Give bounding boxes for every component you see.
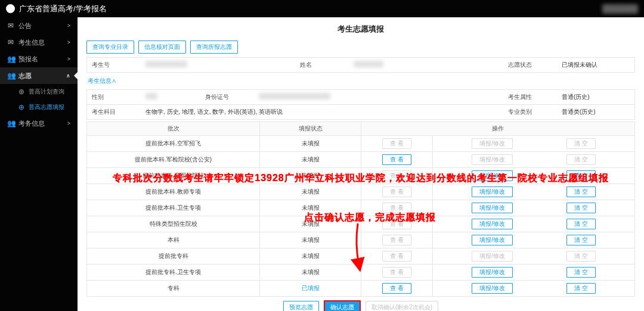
btn-clear[interactable]: 清 空 <box>566 138 596 149</box>
label-stu-attr: 考生属性 <box>503 90 557 104</box>
btn-view[interactable]: 查 看 <box>382 186 411 197</box>
cell-status: 未填报 <box>260 216 361 232</box>
btn-edit[interactable]: 填报/修改 <box>472 251 513 262</box>
sidebar-sub-volunteer-fill[interactable]: ⊕ 普高志愿填报 <box>0 99 78 115</box>
btn-edit[interactable]: 填报/修改 <box>472 203 513 213</box>
cell-actions: 填报/修改清 空 <box>433 136 635 152</box>
th-action: 操作 <box>361 122 635 136</box>
cell-batch: 提前批本科.教师专项 <box>87 184 260 200</box>
cell-status: 未填报 <box>260 184 361 200</box>
btn-clear[interactable]: 清 空 <box>566 203 596 213</box>
student-detail-row1: 性别 身份证号 考生属性 普通(历史) <box>86 89 635 105</box>
mail-icon: ✉ <box>7 39 14 46</box>
label-vol-status: 志愿状态 <box>503 58 557 72</box>
btn-clear[interactable]: 清 空 <box>566 267 596 278</box>
cell-actions: 填报/修改清 空 <box>433 232 635 248</box>
value-exam-no <box>141 58 295 72</box>
users-icon: 👥 <box>7 120 14 127</box>
label-major-type: 专业类别 <box>503 105 557 119</box>
btn-edit[interactable]: 填报/修改 <box>472 154 513 165</box>
label-subjects: 考生科目 <box>87 105 141 119</box>
label-gender: 性别 <box>87 90 141 104</box>
cell-status: 已填报 <box>260 281 361 297</box>
btn-view[interactable]: 查 看 <box>382 154 411 165</box>
btn-query-catalog[interactable]: 查询专业目录 <box>86 41 134 54</box>
users-icon: 👥 <box>7 55 14 63</box>
chevron-right-icon: > <box>67 23 70 29</box>
label-exam-no: 考生号 <box>87 58 141 72</box>
value-gender <box>141 90 200 104</box>
cell-actions: 填报/修改清 空 <box>433 184 635 200</box>
cell-status: 未填报 <box>260 168 361 184</box>
table-row: 提前批本科.非军检院校未填报查 看填报/修改清 空 <box>87 168 635 184</box>
sidebar-item-notice[interactable]: ✉ 公告 > <box>0 17 78 34</box>
chevron-up-icon: ∧ <box>66 73 70 79</box>
sidebar-label: 预报名 <box>18 55 38 64</box>
btn-clear[interactable]: 清 空 <box>566 170 596 181</box>
btn-query-filled[interactable]: 查询所报志愿 <box>190 41 238 54</box>
th-batch: 批次 <box>87 122 260 136</box>
table-row: 提前批专科.卫生专项未填报查 看填报/修改清 空 <box>87 265 635 281</box>
btn-edit[interactable]: 填报/修改 <box>472 283 513 294</box>
btn-edit[interactable]: 填报/修改 <box>472 186 513 197</box>
page-title: 考生志愿填报 <box>86 24 635 35</box>
sidebar-sub-label: 普高志愿填报 <box>29 103 64 111</box>
cell-status: 未填报 <box>260 248 361 265</box>
sidebar-sub-plan-query[interactable]: ⊕ 普高计划查询 <box>0 84 78 99</box>
main-content: 考生志愿填报 查询专业目录 信息核对页面 查询所报志愿 考生号 姓名 志愿状态 … <box>78 0 644 311</box>
sidebar: ✉ 公告 > ✉ 考生信息 > 👥 预报名 > 👥 志愿 ∧ ⊕ 普高计划查询 … <box>0 0 78 311</box>
student-detail-row2: 考生科目 生物学, 历史, 地理, 语文, 数学, 外语(英语), 英语听说 专… <box>86 105 635 120</box>
btn-view[interactable]: 查 看 <box>382 267 411 278</box>
cell-view: 查 看 <box>361 136 433 152</box>
btn-clear[interactable]: 清 空 <box>566 186 596 197</box>
app-header: 广东省普通高考/学考报名 <box>0 0 644 17</box>
student-summary-row: 考生号 姓名 志愿状态 已填报未确认 <box>86 57 635 73</box>
btn-view[interactable]: 查 看 <box>382 219 411 229</box>
btn-edit[interactable]: 填报/修改 <box>472 219 513 229</box>
value-subjects: 生物学, 历史, 地理, 语文, 数学, 外语(英语), 英语听说 <box>141 105 503 119</box>
cell-view: 查 看 <box>361 281 433 297</box>
chevron-right-icon: > <box>67 120 70 126</box>
chevron-right-icon: > <box>67 39 70 45</box>
btn-view[interactable]: 查 看 <box>382 251 411 262</box>
btn-edit[interactable]: 填报/修改 <box>472 235 513 245</box>
cell-actions: 填报/修改清 空 <box>433 200 635 216</box>
cell-status: 未填报 <box>260 136 361 152</box>
cell-batch: 提前批专科.卫生专项 <box>87 265 260 281</box>
cell-batch: 专科 <box>87 281 260 297</box>
btn-view[interactable]: 查 看 <box>382 170 411 181</box>
collapse-student-info[interactable]: 考生信息∧ <box>86 73 117 89</box>
btn-cancel-confirm[interactable]: 取消确认(剩余2次机会) <box>366 301 438 311</box>
value-stu-attr: 普通(历史) <box>557 90 634 104</box>
cell-batch: 提前批本科.非军检院校 <box>87 168 260 184</box>
btn-view[interactable]: 查 看 <box>382 235 411 245</box>
btn-confirm[interactable]: 确认志愿 <box>324 300 361 311</box>
btn-view[interactable]: 查 看 <box>382 138 411 149</box>
cell-status: 未填报 <box>260 232 361 248</box>
avatar-icon <box>6 4 15 13</box>
cell-actions: 填报/修改清 空 <box>433 152 635 168</box>
table-row: 提前批本科.卫生专项未填报查 看填报/修改清 空 <box>87 200 635 216</box>
cell-actions: 填报/修改清 空 <box>433 216 635 232</box>
btn-clear[interactable]: 清 空 <box>566 154 596 165</box>
sidebar-item-pre-register[interactable]: 👥 预报名 > <box>0 51 78 67</box>
btn-edit[interactable]: 填报/修改 <box>472 267 513 278</box>
btn-clear[interactable]: 清 空 <box>566 251 596 262</box>
value-vol-status: 已填报未确认 <box>557 58 634 72</box>
top-button-row: 查询专业目录 信息核对页面 查询所报志愿 <box>86 41 635 54</box>
btn-check-info[interactable]: 信息核对页面 <box>138 41 186 54</box>
sidebar-item-exam-info[interactable]: 👥 考务信息 > <box>0 115 78 132</box>
btn-clear[interactable]: 清 空 <box>566 219 596 229</box>
table-row: 提前批本科.教师专项未填报查 看填报/修改清 空 <box>87 184 635 200</box>
btn-view[interactable]: 查 看 <box>382 283 411 294</box>
btn-clear[interactable]: 清 空 <box>566 283 596 294</box>
footer-buttons: 预览志愿 确认志愿 取消确认(剩余2次机会) <box>86 300 635 311</box>
btn-clear[interactable]: 清 空 <box>566 235 596 245</box>
btn-edit[interactable]: 填报/修改 <box>472 170 513 181</box>
btn-view[interactable]: 查 看 <box>382 203 411 213</box>
sidebar-item-student-info[interactable]: ✉ 考生信息 > <box>0 34 78 51</box>
btn-preview[interactable]: 预览志愿 <box>283 301 319 311</box>
batch-table: 批次 填报状态 操作 提前批本科.空军招飞未填报查 看填报/修改清 空提前批本科… <box>86 122 635 297</box>
sidebar-item-volunteer[interactable]: 👥 志愿 ∧ <box>0 67 78 84</box>
btn-edit[interactable]: 填报/修改 <box>472 138 513 149</box>
